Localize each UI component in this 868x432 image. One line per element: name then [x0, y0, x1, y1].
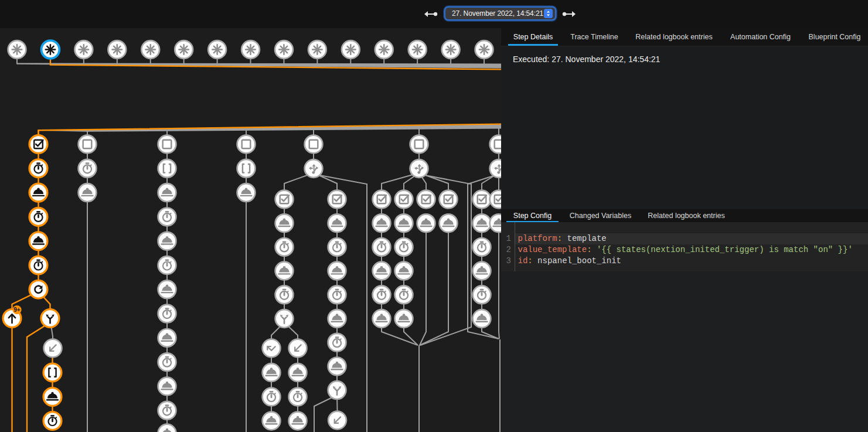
- svg-text:9+: 9+: [13, 307, 21, 313]
